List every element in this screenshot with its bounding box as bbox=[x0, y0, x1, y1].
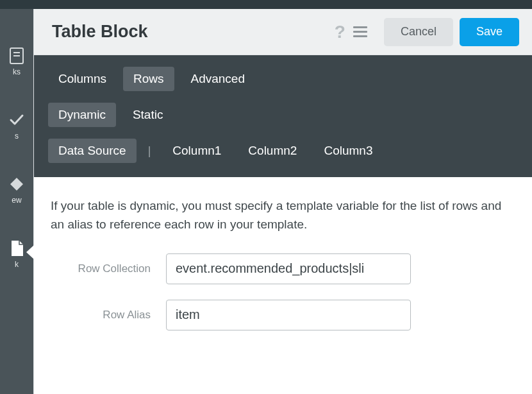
row-alias-label: Row Alias bbox=[51, 309, 166, 321]
tab-static[interactable]: Static bbox=[122, 103, 174, 127]
document-icon bbox=[8, 47, 25, 64]
tab-columns[interactable]: Columns bbox=[48, 67, 117, 91]
tertiary-tabs: Data Source | Column1 Column2 Column3 bbox=[48, 139, 518, 163]
main-panel: Table Block ? Cancel Save Columns Rows A… bbox=[33, 9, 532, 394]
row-alias-field: Row Alias bbox=[51, 300, 515, 330]
secondary-tabs: Dynamic Static bbox=[48, 103, 518, 127]
tab-column3[interactable]: Column3 bbox=[313, 139, 383, 163]
check-icon bbox=[8, 112, 25, 128]
primary-tabs: Columns Rows Advanced bbox=[48, 67, 518, 91]
tab-data-source[interactable]: Data Source bbox=[48, 139, 137, 163]
row-collection-input[interactable] bbox=[166, 253, 411, 284]
cancel-button[interactable]: Cancel bbox=[384, 18, 453, 46]
page-title: Table Block bbox=[52, 22, 148, 42]
sidebar-item-label: ew bbox=[12, 196, 21, 204]
row-alias-input[interactable] bbox=[166, 300, 411, 330]
tab-column1[interactable]: Column1 bbox=[162, 139, 231, 163]
diamond-icon bbox=[8, 176, 25, 193]
sidebar-item-0[interactable]: ks bbox=[0, 47, 33, 76]
tab-column2[interactable]: Column2 bbox=[238, 139, 307, 163]
sidebar: ks s ew k bbox=[0, 9, 33, 394]
sidebar-item-label: ks bbox=[13, 68, 21, 76]
sidebar-item-label: s bbox=[15, 132, 19, 140]
sidebar-item-2[interactable]: ew bbox=[0, 176, 33, 204]
top-bar bbox=[0, 0, 532, 9]
tabs-area: Columns Rows Advanced Dynamic Static Dat… bbox=[34, 55, 532, 177]
svg-marker-3 bbox=[10, 178, 23, 191]
help-icon[interactable]: ? bbox=[335, 22, 345, 42]
sidebar-item-1[interactable]: s bbox=[0, 112, 33, 140]
tab-dynamic[interactable]: Dynamic bbox=[48, 103, 116, 127]
panel-header: Table Block ? Cancel Save bbox=[34, 9, 532, 55]
file-icon bbox=[8, 240, 25, 257]
row-collection-field: Row Collection bbox=[51, 253, 515, 284]
description-text: If your table is dynamic, you must speci… bbox=[51, 196, 515, 234]
sidebar-item-3[interactable]: k bbox=[0, 240, 33, 268]
tab-rows[interactable]: Rows bbox=[123, 67, 174, 91]
tab-divider: | bbox=[143, 144, 156, 158]
tab-advanced[interactable]: Advanced bbox=[181, 67, 256, 91]
sidebar-item-label: k bbox=[15, 261, 19, 268]
row-collection-label: Row Collection bbox=[51, 262, 166, 275]
save-button[interactable]: Save bbox=[460, 18, 519, 46]
content-area: If your table is dynamic, you must speci… bbox=[34, 177, 532, 365]
menu-icon[interactable] bbox=[353, 26, 367, 37]
